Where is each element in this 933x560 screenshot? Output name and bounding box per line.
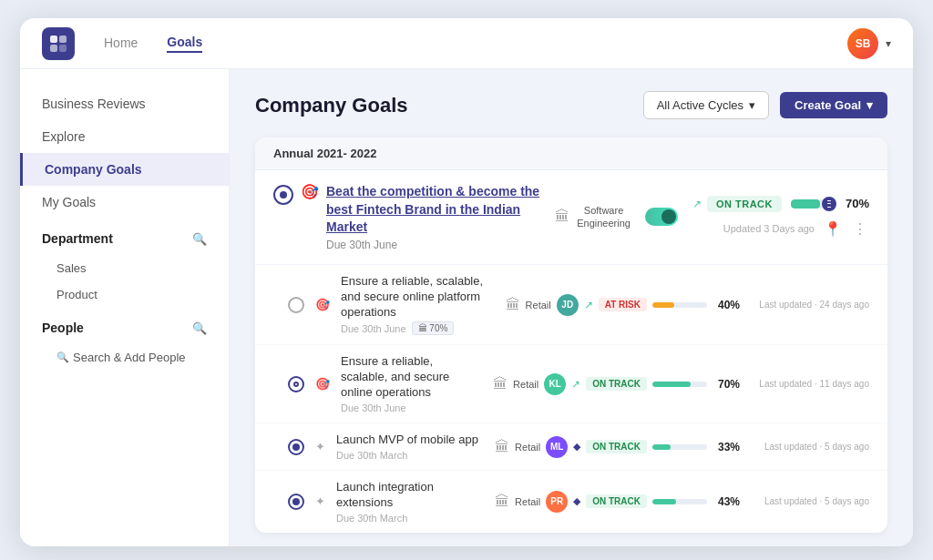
- sub-goal-type-icon: 🎯: [315, 298, 330, 311]
- sub-goal-due-2: Due 30th June: [341, 402, 482, 413]
- avatar-dropdown-icon[interactable]: ▾: [886, 37, 891, 50]
- svg-rect-3: [59, 45, 67, 52]
- department-building-icon: 🏛: [555, 209, 569, 225]
- sub-goal-type-icon-4: ✦: [315, 494, 325, 508]
- nav-goals[interactable]: Goals: [167, 35, 202, 53]
- sub-goal-right-2: 🏛 Retail KL ↗ ON TRACK 70%: [493, 373, 740, 395]
- sub-goal-row: 🎯 Ensure a reliable, scalable, and secur…: [255, 345, 887, 423]
- featured-goal-title[interactable]: Beat the competition & become the best F…: [326, 183, 540, 237]
- sub-progress-fill: [652, 302, 674, 308]
- main-content: Business Reviews Explore Company Goals M…: [20, 69, 913, 546]
- nav-links: Home Goals: [104, 35, 847, 53]
- sub-goal-title-2: Ensure a reliable, scalable, and secure …: [341, 354, 482, 401]
- app-logo: [42, 27, 75, 60]
- sidebar-item-business-reviews[interactable]: Business Reviews: [20, 87, 229, 120]
- sub-goal-right-4: 🏛 Retail PR ◆ ON TRACK 43%: [495, 491, 740, 513]
- sub-goal-row: 🎯 Ensure a reliable, scalable, and secur…: [255, 265, 887, 346]
- goal-location-icon[interactable]: 📍: [822, 219, 844, 239]
- section-header: Annual 2021- 2022: [255, 137, 887, 170]
- sidebar-item-company-goals[interactable]: Company Goals: [20, 153, 229, 186]
- featured-goal-dept: SoftwareEngineering: [577, 204, 631, 230]
- sub-goal-updated: Last updated · 24 days ago: [759, 300, 869, 310]
- page-title: Company Goals: [255, 94, 407, 117]
- top-navigation: Home Goals SB ▾: [20, 18, 913, 69]
- sidebar-item-explore[interactable]: Explore: [20, 120, 229, 153]
- create-goal-button[interactable]: Create Goal ▾: [780, 92, 887, 118]
- sub-dept-icon-2: 🏛: [493, 376, 508, 392]
- sub-dept-label-3: Retail: [515, 442, 540, 453]
- sub-goal-text-3: Launch MVP of mobile app Due 30th March: [336, 433, 484, 461]
- nav-home[interactable]: Home: [104, 36, 138, 52]
- goal-expand-icon[interactable]: [273, 185, 293, 205]
- featured-goal-status: ON TRACK: [707, 196, 782, 212]
- sub-dept-icon-3: 🏛: [495, 439, 509, 455]
- sub-goal-title-4: Launch integration extensions: [336, 480, 484, 511]
- sub-goal-update: Last updated · 24 days ago: [751, 300, 869, 310]
- goal-more-options-icon[interactable]: ⋮: [851, 219, 869, 239]
- sub-goal-right: 🏛 Retail JD ↗ AT RISK 40%: [506, 294, 740, 316]
- sub-diamond-icon-4: ◆: [573, 495, 580, 507]
- svg-rect-1: [59, 36, 67, 43]
- sub-goal-avatar-3: ML: [546, 436, 568, 458]
- sub-trend-icon-2: ↗: [571, 378, 580, 391]
- sub-goal-status: AT RISK: [599, 298, 647, 311]
- svg-rect-2: [50, 45, 57, 52]
- sub-goal-type-icon-3: ✦: [315, 440, 325, 453]
- sub-goal-updated-4: Last updated · 5 days ago: [764, 496, 869, 506]
- page-header: Company Goals All Active Cycles ▾ Create…: [255, 91, 887, 119]
- progress-knob: [822, 197, 836, 211]
- sub-dept-label-2: Retail: [513, 379, 538, 390]
- featured-goal-row: 🎯 Beat the competition & become the best…: [255, 170, 887, 265]
- sidebar-section-people: People 🔍: [20, 308, 229, 344]
- sub-progress-fill-4: [652, 499, 676, 504]
- department-search-icon[interactable]: 🔍: [192, 232, 207, 246]
- sub-progress-bar-2: [652, 382, 707, 387]
- all-active-cycles-button[interactable]: All Active Cycles ▾: [643, 91, 769, 119]
- sub-goal-percent-2: 70%: [713, 378, 740, 391]
- search-add-people-icon: 🔍: [56, 351, 69, 363]
- sidebar: Business Reviews Explore Company Goals M…: [20, 69, 230, 546]
- sub-goal-update-3: Last updated · 5 days ago: [751, 442, 869, 452]
- sub-goal-icon: [288, 297, 304, 313]
- featured-goal-left: 🎯 Beat the competition & become the best…: [273, 183, 540, 251]
- sub-goal-status-4: ON TRACK: [586, 494, 647, 508]
- sub-diamond-icon-3: ◆: [573, 441, 580, 453]
- sidebar-item-sales[interactable]: Sales: [20, 255, 229, 281]
- sub-progress-bar-3: [652, 444, 707, 450]
- sub-goal-percent-3: 33%: [713, 441, 740, 453]
- sub-goal-avatar-2: KL: [544, 373, 566, 395]
- sub-goal-status-3: ON TRACK: [586, 440, 647, 453]
- featured-goal-due: Due 30th June: [326, 239, 540, 251]
- sub-goal-row-4: ✦ Launch integration extensions Due 30th…: [255, 471, 887, 533]
- cycles-chevron-icon: ▾: [749, 98, 755, 112]
- toggle-dot: [661, 209, 676, 224]
- nav-right: SB ▾: [847, 28, 891, 59]
- featured-progress-fill: [791, 199, 820, 209]
- featured-goal-percent: 70%: [838, 197, 869, 210]
- sub-goal-badge: 🏛 70%: [412, 321, 455, 335]
- sub-dept-icon-4: 🏛: [495, 494, 509, 510]
- user-avatar[interactable]: SB: [847, 28, 878, 59]
- trend-icon: ↗: [692, 198, 702, 210]
- sub-goal-text-4: Launch integration extensions Due 30th M…: [336, 480, 484, 524]
- sidebar-item-my-goals[interactable]: My Goals: [20, 186, 229, 219]
- sub-progress-fill-3: [652, 444, 671, 450]
- sub-progress-bar-4: [652, 499, 707, 504]
- sidebar-item-search-add-people[interactable]: 🔍 Search & Add People: [20, 344, 229, 371]
- sub-goal-row-3: ✦ Launch MVP of mobile app Due 30th Marc…: [255, 423, 887, 471]
- goal-text-block: Beat the competition & become the best F…: [326, 183, 540, 251]
- sub-trend-icon: ↗: [584, 299, 593, 311]
- header-actions: All Active Cycles ▾ Create Goal ▾: [643, 91, 887, 119]
- sub-goal-updated-2: Last updated · 11 days ago: [759, 379, 869, 389]
- people-search-icon[interactable]: 🔍: [192, 321, 207, 335]
- sub-goal-percent-4: 43%: [713, 495, 740, 508]
- goal-toggle[interactable]: [645, 208, 678, 226]
- sub-goal-title-3: Launch MVP of mobile app: [336, 433, 484, 448]
- goals-card: Annual 2021- 2022 🎯 Beat the competition…: [255, 137, 887, 533]
- sub-goal-icon-3: [288, 439, 304, 455]
- sub-goal-update-4: Last updated · 5 days ago: [751, 496, 869, 506]
- sub-goal-update-2: Last updated · 11 days ago: [751, 379, 869, 389]
- sub-goal-percent: 40%: [713, 299, 740, 311]
- sub-goal-updated-3: Last updated · 5 days ago: [764, 442, 869, 452]
- sidebar-item-product[interactable]: Product: [20, 281, 229, 308]
